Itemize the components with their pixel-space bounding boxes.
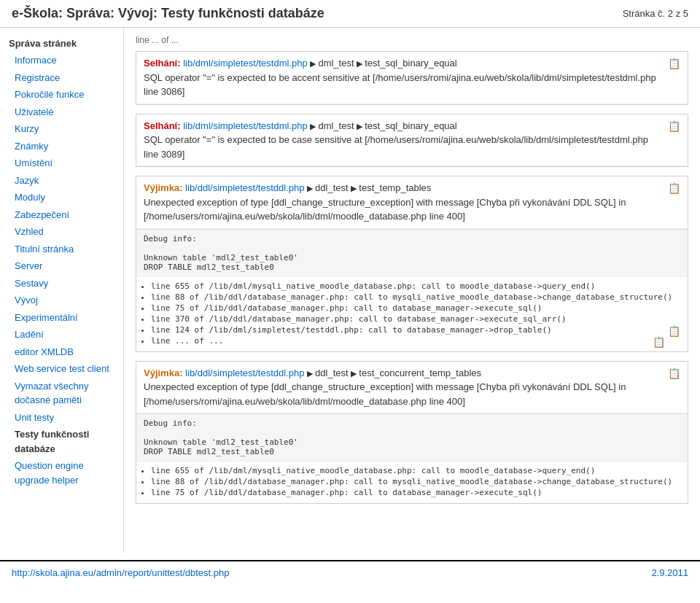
label-vyjimka-3: Výjimka: — [144, 182, 182, 193]
copy-icon-3c[interactable]: 📋 — [653, 336, 665, 348]
sidebar-item-ladeni[interactable]: Ladění — [0, 326, 123, 343]
footer-url[interactable]: http://skola.ajina.eu/admin/report/unitt… — [12, 567, 229, 578]
arrow-2b: ▶ — [357, 122, 365, 131]
list-item: line 655 of /lib/dml/mysqli_native_moodl… — [151, 281, 680, 291]
arrow-1a: ▶ — [310, 59, 318, 68]
test-block-4-header: 📋 Výjimka: lib/ddl/simpletest/testddl.ph… — [136, 362, 688, 414]
sidebar-item-registrace[interactable]: Registrace — [0, 69, 123, 87]
debug-block-3: Debug info: Unknown table 'mdl2_test_tab… — [136, 229, 688, 276]
arrow-1b: ▶ — [357, 59, 365, 68]
sidebar-item-uzivatele[interactable]: Uživatelé — [0, 104, 123, 121]
copy-icon-3b[interactable]: 📋 — [668, 325, 680, 337]
sidebar-item-informace[interactable]: Informace — [0, 52, 123, 69]
sidebar-item-titulni[interactable]: Titulní stránka — [0, 241, 123, 258]
test-block-1-header: 📋 Selhání: lib/dml/simpletest/testdml.ph… — [136, 52, 688, 104]
copy-icon-2[interactable]: 📋 — [668, 119, 680, 134]
sidebar-item-vzhled[interactable]: Vzhled — [0, 223, 123, 241]
copy-icon-3[interactable]: 📋 — [668, 181, 680, 196]
footer-date: 2.9.2011 — [651, 567, 688, 578]
func-2a: dml_test — [318, 120, 354, 131]
link-1[interactable]: lib/dml/simpletest/testdml.php — [183, 58, 308, 69]
link-2[interactable]: lib/dml/simpletest/testdml.php — [183, 120, 308, 131]
list-item: line 75 of /lib/ddl/database_manager.php… — [151, 488, 680, 497]
sidebar-item-jazyk[interactable]: Jazyk — [0, 172, 123, 190]
page-header: e-Škola: Správa: Vývoj: Testy funkčnosti… — [0, 0, 700, 28]
arrow-4a: ▶ — [307, 369, 315, 378]
debug-list-3: line 655 of /lib/dml/mysqli_native_moodl… — [136, 276, 688, 351]
func-1b: test_sql_binary_equal — [365, 58, 456, 69]
sidebar-item-pokrocile[interactable]: Pokročilé funkce — [0, 86, 123, 104]
test-block-3-header: 📋 Výjimka: lib/ddl/simpletest/testddl.ph… — [136, 176, 688, 229]
sidebar-item-vymazat[interactable]: Vymazat všechny dočasné paměti — [0, 378, 123, 409]
label-selhani-2: Selhání: — [144, 120, 181, 131]
sidebar-item-vyvoj[interactable]: Vývoj — [0, 292, 123, 309]
func-1a: dml_test — [318, 58, 354, 69]
sidebar-item-webservice[interactable]: Web service test client — [0, 360, 123, 378]
sidebar-section-title: Správa stránek — [0, 35, 123, 52]
page-footer: http://skola.ajina.eu/admin/report/unitt… — [0, 560, 700, 584]
sidebar-item-zabezpeceni[interactable]: Zabezpečení — [0, 206, 123, 224]
test-block-1: 📋 Selhání: lib/dml/simpletest/testdml.ph… — [136, 51, 688, 105]
sidebar-item-moduly[interactable]: Moduly — [0, 189, 123, 206]
page-title: e-Škola: Správa: Vývoj: Testy funkčnosti… — [12, 6, 324, 21]
copy-icon-1[interactable]: 📋 — [668, 56, 680, 71]
sidebar-item-znamky[interactable]: Známky — [0, 138, 123, 155]
sidebar-item-sestavy[interactable]: Sestavy — [0, 275, 123, 292]
arrow-3a: ▶ — [307, 184, 315, 192]
main-content: line ... of ... 📋 Selhání: lib/dml/simpl… — [124, 28, 700, 553]
arrow-3b: ▶ — [351, 184, 359, 192]
debug-list-4: line 655 of /lib/dml/mysqli_native_moodl… — [136, 461, 688, 503]
sidebar-item-server[interactable]: Server — [0, 257, 123, 275]
arrow-2a: ▶ — [310, 122, 318, 131]
breadcrumb: line ... of ... — [136, 35, 688, 45]
func-3b: test_temp_tables — [359, 182, 431, 193]
sidebar-item-question[interactable]: Question engine upgrade helper — [0, 457, 123, 489]
test-block-2-header: 📋 Selhání: lib/dml/simpletest/testdml.ph… — [136, 114, 688, 167]
list-item: line 88 of /lib/ddl/database_manager.php… — [151, 292, 680, 302]
sidebar-item-testy[interactable]: Testy funkčnosti databáze — [0, 426, 123, 457]
sidebar-item-umisteni[interactable]: Umístění — [0, 155, 123, 172]
test-block-3: 📋 Výjimka: lib/ddl/simpletest/testddl.ph… — [136, 176, 688, 352]
list-item: line ... of ... 📋 — [151, 336, 680, 346]
list-item: line 75 of /lib/ddl/database_manager.php… — [151, 303, 680, 313]
func-4a: ddl_test — [315, 367, 349, 378]
sidebar-item-kurzy[interactable]: Kurzy — [0, 120, 123, 138]
list-item: line 124 of /lib/dml/simpletest/testddl.… — [151, 325, 680, 335]
test-block-4: 📋 Výjimka: lib/ddl/simpletest/testddl.ph… — [136, 361, 688, 505]
sidebar-item-unittesty[interactable]: Unit testy — [0, 409, 123, 427]
test-block-2: 📋 Selhání: lib/dml/simpletest/testdml.ph… — [136, 114, 688, 168]
page-number: Stránka č. 2 z 5 — [623, 8, 688, 19]
func-3a: ddl_test — [315, 182, 349, 193]
func-4b: test_concurrent_temp_tables — [359, 367, 481, 378]
label-selhani-1: Selhání: — [144, 58, 181, 69]
list-item: line 88 of /lib/ddl/database_manager.php… — [151, 477, 680, 486]
link-3[interactable]: lib/ddl/simpletest/testddl.php — [185, 182, 304, 193]
sidebar: Správa stránek Informace Registrace Pokr… — [0, 28, 124, 553]
arrow-4b: ▶ — [351, 369, 359, 378]
sidebar-item-experimentalni[interactable]: Experimentální — [0, 309, 123, 327]
link-4[interactable]: lib/ddl/simpletest/testddl.php — [185, 367, 304, 378]
copy-icon-4[interactable]: 📋 — [668, 366, 680, 381]
list-item: line 370 of /lib/ddl/database_manager.ph… — [151, 314, 680, 324]
debug-block-4: Debug info: Unknown table 'mdl2_test_tab… — [136, 413, 688, 461]
func-2b: test_sql_binary_equal — [365, 120, 456, 131]
sidebar-item-xmldb[interactable]: editor XMLDB — [0, 343, 123, 361]
list-item: line 655 of /lib/dml/mysqli_native_moodl… — [151, 466, 680, 475]
layout: Správa stránek Informace Registrace Pokr… — [0, 28, 700, 553]
label-vyjimka-4: Výjimka: — [144, 367, 182, 378]
